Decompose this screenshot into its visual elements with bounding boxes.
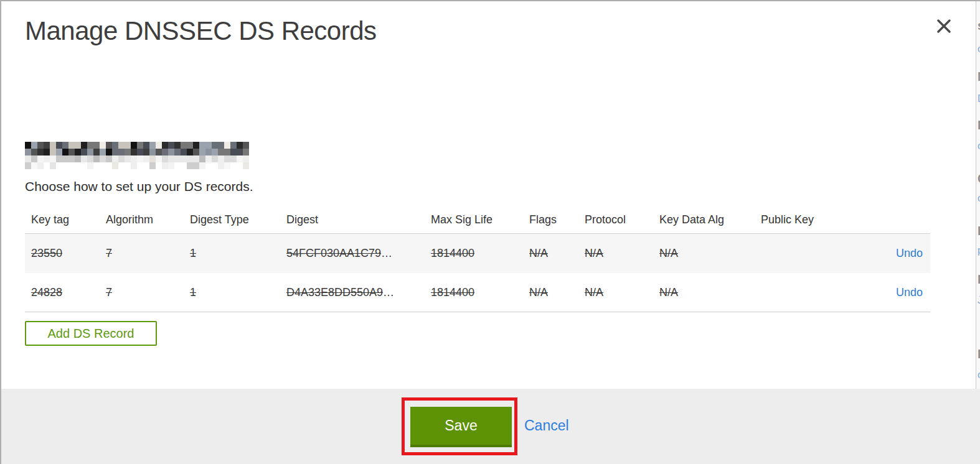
redaction-pixel [168, 142, 174, 149]
redaction-pixel [100, 149, 106, 155]
table-cell: 24828 [25, 286, 100, 299]
save-button[interactable]: Save [410, 407, 512, 447]
table-cell: 7 [100, 286, 184, 299]
undo-link[interactable]: Undo [896, 247, 923, 259]
redaction-pixel [212, 155, 218, 162]
redaction-pixel [112, 155, 118, 162]
redaction-pixel [168, 162, 174, 169]
redaction-pixel [131, 142, 137, 149]
table-cell: N/A [578, 247, 653, 260]
redacted-domain-name [25, 142, 249, 169]
redaction-pixel [75, 149, 81, 155]
redaction-pixel [168, 149, 174, 155]
table-cell: 54FCF030AA1C79… [280, 247, 425, 260]
redaction-pixel [156, 149, 162, 155]
column-header: Max Sig Life [425, 213, 523, 226]
redaction-pixel [205, 162, 212, 169]
redaction-pixel [56, 142, 62, 149]
redaction-pixel [237, 155, 243, 162]
add-ds-record-button[interactable]: Add DS Record [25, 321, 157, 346]
redaction-pixel [31, 142, 37, 149]
redaction-pixel [174, 155, 181, 162]
table-body: 235507154FCF030AA1C79…1814400N/AN/AN/AUn… [25, 234, 930, 312]
redaction-pixel [87, 142, 93, 149]
redaction-pixel [56, 162, 62, 169]
cell-value: 1814400 [431, 247, 474, 259]
redaction-pixel [205, 142, 212, 149]
ellipsis: … [383, 286, 394, 299]
cell-value: N/A [659, 247, 678, 259]
redaction-pixel [137, 162, 143, 169]
redaction-pixel [181, 155, 187, 162]
redaction-pixel [199, 162, 205, 169]
cell-value: N/A [585, 247, 603, 259]
redaction-pixel [162, 149, 168, 155]
cell-value: 23550 [31, 247, 62, 259]
table-cell: 23550 [25, 247, 100, 260]
clipped-background-text: N [978, 70, 980, 84]
redaction-pixel [56, 155, 62, 162]
cell-value: N/A [529, 247, 548, 259]
redaction-pixel [118, 142, 125, 149]
table-cell: 1 [184, 247, 280, 260]
redaction-pixel [125, 149, 131, 155]
redaction-pixel [106, 162, 112, 169]
redaction-pixel [56, 149, 62, 155]
redaction-pixel [68, 142, 75, 149]
redaction-pixel [149, 149, 156, 155]
redaction-pixel [37, 162, 44, 169]
instruction-text: Choose how to set up your DS records. [25, 179, 253, 194]
clipped-background-text: s [978, 19, 980, 33]
clipped-background-text: L [978, 118, 980, 132]
page-title: Manage DNSSEC DS Records [25, 16, 377, 46]
redaction-pixel [224, 162, 230, 169]
redaction-pixel [218, 162, 224, 169]
redaction-pixel [112, 162, 118, 169]
undo-link[interactable]: Undo [896, 286, 923, 299]
cell-value: N/A [529, 286, 548, 299]
redaction-pixel [149, 142, 156, 149]
cell-value: 7 [106, 286, 112, 299]
redaction-pixel [62, 149, 68, 155]
redaction-pixel [199, 149, 205, 155]
redaction-pixel [224, 149, 230, 155]
ds-records-table: Key tagAlgorithmDigest TypeDigestMax Sig… [25, 206, 930, 312]
table-cell: 1814400 [425, 286, 523, 299]
redaction-pixel [218, 149, 224, 155]
close-icon[interactable] [934, 16, 954, 36]
redaction-pixel [187, 155, 193, 162]
redaction-pixel [212, 142, 218, 149]
cell-value: N/A [585, 286, 603, 299]
redaction-pixel [174, 142, 181, 149]
redaction-pixel [168, 155, 174, 162]
table-cell: N/A [523, 286, 578, 299]
redaction-pixel [243, 149, 249, 155]
column-header: Flags [523, 213, 578, 226]
clipped-background-text: p [978, 245, 980, 256]
redaction-pixel [37, 142, 44, 149]
redaction-pixel [62, 155, 68, 162]
redaction-pixel [44, 142, 50, 149]
redaction-pixel [162, 142, 168, 149]
redaction-pixel [143, 142, 149, 149]
redaction-pixel [81, 142, 87, 149]
redaction-pixel [125, 142, 131, 149]
redaction-pixel [106, 149, 112, 155]
redaction-pixel [156, 162, 162, 169]
clipped-background-text: o [978, 369, 980, 381]
redaction-pixel [87, 155, 93, 162]
cell-value: N/A [659, 286, 678, 299]
redaction-pixel [156, 155, 162, 162]
close-x-glyph [936, 18, 952, 34]
table-cell-actions: Undo [848, 247, 930, 260]
redaction-pixel [230, 155, 237, 162]
redaction-pixel [25, 149, 31, 155]
cell-value: 54FCF030AA1C79 [286, 247, 381, 259]
cancel-link[interactable]: Cancel [524, 417, 569, 434]
redaction-pixel [62, 162, 68, 169]
table-cell-actions: Undo [848, 286, 930, 299]
redaction-pixel [237, 162, 243, 169]
redaction-pixel [205, 155, 212, 162]
redaction-pixel [131, 149, 137, 155]
ellipsis: … [381, 247, 392, 259]
